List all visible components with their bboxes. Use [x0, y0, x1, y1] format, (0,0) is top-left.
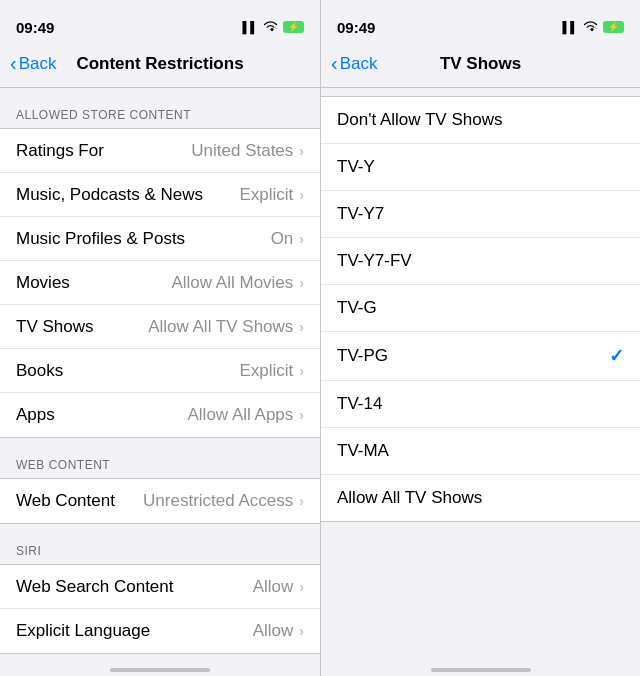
- section-header-siri: SIRI: [0, 524, 320, 564]
- section-header-web-content: WEB CONTENT: [0, 438, 320, 478]
- dont-allow-tv-shows-item[interactable]: Don't Allow TV Shows: [321, 97, 640, 144]
- tv-y7-label: TV-Y7: [337, 204, 384, 224]
- explicit-language-label: Explicit Language: [16, 621, 253, 641]
- wifi-icon-right: [583, 18, 598, 36]
- siri-group: Web Search Content Allow › Explicit Lang…: [0, 564, 320, 654]
- section-header-allowed-store: ALLOWED STORE CONTENT: [0, 88, 320, 128]
- wifi-icon: [263, 18, 278, 36]
- status-bar-left: 09:49 ▌▌ ⚡: [0, 0, 320, 44]
- tv-pg-label: TV-PG: [337, 346, 388, 366]
- movies-chevron: ›: [299, 275, 304, 291]
- content-restrictions-screen: 09:49 ▌▌ ⚡ ‹ Back Content Restrictions A…: [0, 0, 320, 676]
- tv-shows-label: TV Shows: [16, 317, 148, 337]
- web-content-item[interactable]: Web Content Unrestricted Access ›: [0, 479, 320, 523]
- status-time-right: 09:49: [337, 19, 375, 36]
- ratings-for-value: United States: [191, 141, 293, 161]
- web-search-content-item[interactable]: Web Search Content Allow ›: [0, 565, 320, 609]
- home-indicator-left: [0, 656, 320, 676]
- books-chevron: ›: [299, 363, 304, 379]
- tv-shows-item[interactable]: TV Shows Allow All TV Shows ›: [0, 305, 320, 349]
- allowed-store-content-group: Ratings For United States › Music, Podca…: [0, 128, 320, 438]
- status-time-left: 09:49: [16, 19, 54, 36]
- signal-bars-icon: ▌▌: [242, 21, 258, 33]
- books-value: Explicit: [239, 361, 293, 381]
- explicit-language-value: Allow: [253, 621, 294, 641]
- web-content-group: Web Content Unrestricted Access ›: [0, 478, 320, 524]
- music-profiles-chevron: ›: [299, 231, 304, 247]
- tv-14-label: TV-14: [337, 394, 382, 414]
- content-restrictions-list[interactable]: ALLOWED STORE CONTENT Ratings For United…: [0, 88, 320, 656]
- signal-bars-icon-right: ▌▌: [562, 21, 578, 33]
- tv-shows-options-group: Don't Allow TV Shows TV-Y TV-Y7 TV-Y7-FV…: [321, 96, 640, 522]
- battery-icon: ⚡: [283, 21, 304, 33]
- tv-y7-fv-item[interactable]: TV-Y7-FV: [321, 238, 640, 285]
- back-button-right[interactable]: ‹ Back: [331, 54, 377, 74]
- tv-ma-item[interactable]: TV-MA: [321, 428, 640, 475]
- tv-pg-item[interactable]: TV-PG ✓: [321, 332, 640, 381]
- web-search-chevron: ›: [299, 579, 304, 595]
- battery-icon-right: ⚡: [603, 21, 624, 33]
- apps-chevron: ›: [299, 407, 304, 423]
- tv-y-item[interactable]: TV-Y: [321, 144, 640, 191]
- tv-g-item[interactable]: TV-G: [321, 285, 640, 332]
- tv-14-item[interactable]: TV-14: [321, 381, 640, 428]
- tv-y-label: TV-Y: [337, 157, 375, 177]
- home-bar-right: [431, 668, 531, 672]
- tv-shows-chevron: ›: [299, 319, 304, 335]
- ratings-for-label: Ratings For: [16, 141, 191, 161]
- tv-pg-checkmark-icon: ✓: [609, 345, 624, 367]
- movies-value: Allow All Movies: [171, 273, 293, 293]
- tv-ma-label: TV-MA: [337, 441, 389, 461]
- books-item[interactable]: Books Explicit ›: [0, 349, 320, 393]
- tv-g-label: TV-G: [337, 298, 377, 318]
- movies-item[interactable]: Movies Allow All Movies ›: [0, 261, 320, 305]
- explicit-language-chevron: ›: [299, 623, 304, 639]
- music-profiles-item[interactable]: Music Profiles & Posts On ›: [0, 217, 320, 261]
- status-bar-right: 09:49 ▌▌ ⚡: [321, 0, 640, 44]
- music-profiles-label: Music Profiles & Posts: [16, 229, 271, 249]
- tv-shows-screen: 09:49 ▌▌ ⚡ ‹ Back TV Shows Don't Allo: [320, 0, 640, 676]
- apps-item[interactable]: Apps Allow All Apps ›: [0, 393, 320, 437]
- books-label: Books: [16, 361, 239, 381]
- music-podcasts-item[interactable]: Music, Podcasts & News Explicit ›: [0, 173, 320, 217]
- music-profiles-value: On: [271, 229, 294, 249]
- dont-allow-label: Don't Allow TV Shows: [337, 110, 502, 130]
- music-podcasts-label: Music, Podcasts & News: [16, 185, 239, 205]
- top-spacer: [321, 88, 640, 96]
- music-podcasts-chevron: ›: [299, 187, 304, 203]
- status-icons-left: ▌▌ ⚡: [242, 18, 304, 36]
- web-search-value: Allow: [253, 577, 294, 597]
- web-content-label: Web Content: [16, 491, 143, 511]
- back-label-right: Back: [340, 54, 378, 74]
- explicit-language-item[interactable]: Explicit Language Allow ›: [0, 609, 320, 653]
- tv-y7-fv-label: TV-Y7-FV: [337, 251, 412, 271]
- home-indicator-right: [321, 656, 640, 676]
- ratings-for-item[interactable]: Ratings For United States ›: [0, 129, 320, 173]
- back-chevron-icon: ‹: [10, 53, 17, 73]
- movies-label: Movies: [16, 273, 171, 293]
- status-icons-right: ▌▌ ⚡: [562, 18, 624, 36]
- allow-all-tv-shows-item[interactable]: Allow All TV Shows: [321, 475, 640, 521]
- tv-y7-item[interactable]: TV-Y7: [321, 191, 640, 238]
- nav-bar-left: ‹ Back Content Restrictions: [0, 44, 320, 88]
- nav-title-right: TV Shows: [440, 54, 521, 74]
- nav-bar-right: ‹ Back TV Shows: [321, 44, 640, 88]
- nav-title-left: Content Restrictions: [76, 54, 243, 74]
- back-chevron-icon-right: ‹: [331, 53, 338, 73]
- tv-shows-list[interactable]: Don't Allow TV Shows TV-Y TV-Y7 TV-Y7-FV…: [321, 88, 640, 656]
- back-label-left: Back: [19, 54, 57, 74]
- web-content-chevron: ›: [299, 493, 304, 509]
- apps-value: Allow All Apps: [187, 405, 293, 425]
- web-content-value: Unrestricted Access: [143, 491, 293, 511]
- music-podcasts-value: Explicit: [239, 185, 293, 205]
- tv-shows-value: Allow All TV Shows: [148, 317, 293, 337]
- web-search-label: Web Search Content: [16, 577, 253, 597]
- home-bar-left: [110, 668, 210, 672]
- back-button-left[interactable]: ‹ Back: [10, 54, 56, 74]
- ratings-for-chevron: ›: [299, 143, 304, 159]
- apps-label: Apps: [16, 405, 187, 425]
- allow-all-tv-label: Allow All TV Shows: [337, 488, 482, 508]
